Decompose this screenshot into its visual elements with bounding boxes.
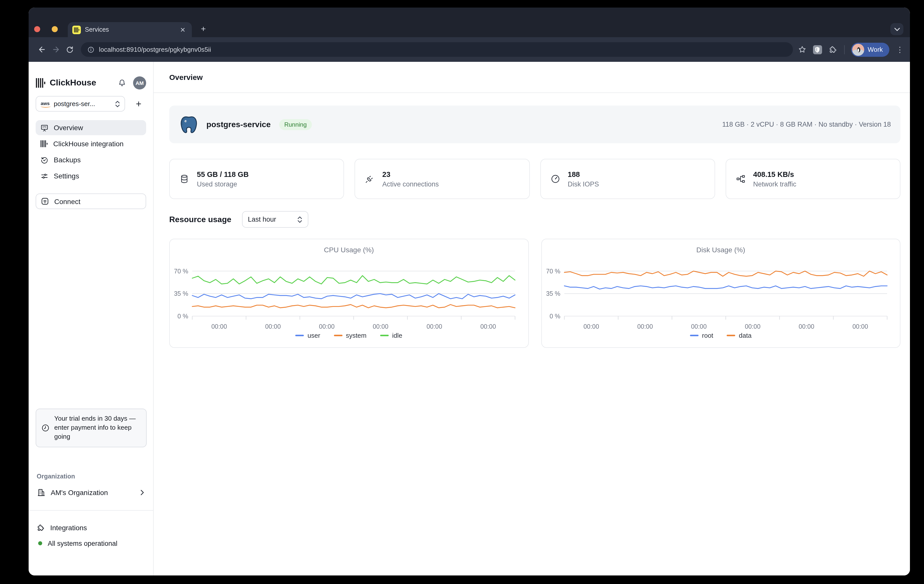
minimize-window-button[interactable]	[52, 26, 58, 32]
address-bar[interactable]: localhost:8910/postgres/pgkybgnv0s5ii	[81, 42, 793, 57]
cpu-usage-chart: CPU Usage (%) 0 %35 %70 %00:0000:0000:00…	[169, 239, 528, 348]
chart-legend: usersystemidle	[170, 332, 528, 339]
tab-services[interactable]: Services ✕	[68, 22, 192, 37]
stat-label: Used storage	[197, 180, 249, 188]
svg-text:70 %: 70 %	[546, 268, 560, 275]
sidebar-item-label: Settings	[54, 172, 79, 180]
svg-text:00:00: 00:00	[211, 323, 227, 330]
network-icon	[736, 174, 746, 184]
stat-value: 408.15 KB/s	[753, 170, 797, 178]
tab-strip: Services ✕ +	[29, 8, 910, 37]
stat-value: 188	[568, 170, 599, 178]
shield-extension-icon[interactable]	[813, 45, 822, 54]
reload-button[interactable]	[63, 43, 77, 56]
forward-arrow-icon	[51, 45, 60, 54]
integrations-puzzle-icon	[37, 523, 45, 532]
svg-text:35 %: 35 %	[546, 290, 560, 297]
profile-label: Work	[868, 46, 883, 53]
back-button[interactable]	[35, 43, 49, 56]
forward-button[interactable]	[49, 43, 63, 56]
clickhouse-logo-icon	[36, 78, 46, 88]
database-icon	[179, 174, 189, 184]
browser-toolbar: localhost:8910/postgres/pgkybgnv0s5ii Wo…	[29, 37, 910, 62]
connect-button[interactable]: Connect	[36, 194, 146, 209]
select-chevrons-icon	[115, 100, 120, 107]
sidebar-item-settings[interactable]: Settings	[36, 168, 146, 184]
time-range-select[interactable]: Last hour	[242, 211, 308, 228]
new-tab-button[interactable]: +	[198, 24, 209, 35]
connect-icon	[41, 197, 49, 205]
system-status[interactable]: All systems operational	[38, 537, 117, 549]
brand-name: ClickHouse	[50, 78, 117, 88]
extensions-puzzle-icon[interactable]	[828, 45, 838, 54]
svg-text:00:00: 00:00	[799, 323, 814, 330]
organization-name: AM's Organization	[51, 488, 108, 496]
page-title: Overview	[169, 73, 203, 81]
tab-search-button[interactable]	[890, 23, 903, 35]
disk-usage-chart: Disk Usage (%) 0 %35 %70 %00:0000:0000:0…	[541, 239, 900, 348]
svg-text:00:00: 00:00	[691, 323, 706, 330]
chart-legend: rootdata	[541, 332, 900, 339]
chart-title: CPU Usage (%)	[170, 246, 528, 256]
service-hero-card: postgres-service Running 118 GB · 2 vCPU…	[169, 106, 900, 143]
legend-line-icon	[727, 335, 736, 336]
bookmark-star-icon[interactable]	[798, 45, 807, 54]
service-selector[interactable]: aws postgres-ser...	[36, 96, 125, 112]
sidebar-item-overview[interactable]: Overview	[36, 120, 146, 135]
url-text: localhost:8910/postgres/pgkybgnv0s5ii	[99, 46, 211, 53]
page-header: Overview	[153, 62, 910, 93]
organization-item[interactable]: AM's Organization	[36, 485, 148, 500]
user-avatar[interactable]: AM	[133, 76, 146, 89]
sidebar-divider	[29, 510, 153, 511]
service-name: postgres-service	[206, 120, 271, 129]
resource-usage-title: Resource usage	[169, 215, 231, 224]
reload-icon	[66, 45, 74, 53]
stat-value: 23	[383, 170, 439, 178]
svg-text:00:00: 00:00	[852, 323, 868, 330]
legend-line-icon	[334, 335, 342, 336]
svg-text:00:00: 00:00	[373, 323, 388, 330]
close-window-button[interactable]	[34, 26, 40, 32]
chart-plot-area: 0 %35 %70 %00:0000:0000:0000:0000:0000:0…	[541, 256, 900, 331]
stat-value: 55 GB / 118 GB	[197, 170, 249, 178]
sidebar-item-label: Overview	[54, 124, 83, 132]
add-service-button[interactable]: +	[131, 96, 146, 111]
brand-row: ClickHouse AM	[36, 75, 146, 91]
legend-item-root: root	[690, 332, 713, 339]
sidebar-item-clickhouse-integration[interactable]: ClickHouse integration	[36, 136, 146, 151]
notifications-bell-icon[interactable]	[117, 78, 127, 88]
profile-button[interactable]: Work	[851, 43, 889, 56]
legend-label: data	[739, 332, 752, 339]
overview-icon	[40, 123, 49, 132]
service-specs: 118 GB · 2 vCPU · 8 GB RAM · No standby …	[722, 121, 891, 128]
plug-icon	[365, 174, 375, 184]
sidebar-item-backups[interactable]: Backups	[36, 152, 146, 167]
gauge-icon	[550, 174, 560, 184]
svg-text:0 %: 0 %	[549, 313, 560, 319]
stat-label: Disk IOPS	[568, 180, 599, 188]
sidebar-item-label: ClickHouse integration	[53, 140, 124, 148]
sidebar-item-integrations[interactable]: Integrations	[37, 521, 87, 535]
settings-icon	[40, 172, 49, 180]
tab-close-icon[interactable]: ✕	[178, 25, 187, 34]
stat-card-active-connections: 23Active connections	[355, 159, 530, 199]
trial-clock-icon	[41, 424, 50, 432]
legend-label: idle	[392, 332, 403, 339]
status-text: All systems operational	[48, 539, 117, 547]
main-area: Overview postgres-service Running 118 GB…	[153, 62, 910, 576]
backups-icon	[40, 156, 49, 164]
site-info-icon[interactable]	[87, 46, 94, 53]
chevron-down-icon	[894, 27, 900, 31]
trial-notice-text: Your trial ends in 30 days — enter payme…	[54, 414, 141, 442]
charts-row: CPU Usage (%) 0 %35 %70 %00:0000:0000:00…	[169, 239, 900, 348]
browser-menu-icon[interactable]: ⋮	[896, 48, 904, 51]
legend-line-icon	[295, 335, 304, 336]
stat-label: Network traffic	[753, 180, 797, 188]
legend-item-idle: idle	[380, 332, 403, 339]
stat-card-network-traffic: 408.15 KB/sNetwork traffic	[726, 159, 901, 199]
legend-line-icon	[380, 335, 389, 336]
legend-label: root	[702, 332, 713, 339]
integrations-label: Integrations	[50, 524, 87, 532]
legend-item-data: data	[727, 332, 752, 339]
clickhouse-icon	[40, 140, 48, 148]
